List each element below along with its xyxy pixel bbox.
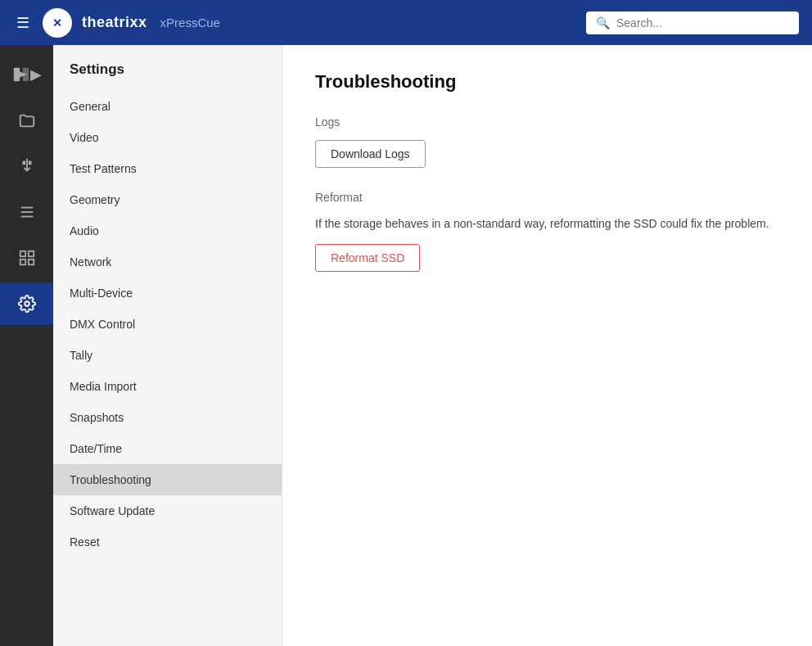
sidebar-item-reset[interactable]: Reset: [53, 526, 282, 558]
sidebar-item-software-update[interactable]: Software Update: [53, 495, 282, 526]
sidebar-item-play[interactable]: ▶: [0, 53, 53, 96]
sidebar-item-folder[interactable]: [0, 99, 53, 142]
logs-section: Logs Download Logs: [315, 115, 779, 168]
reformat-ssd-button[interactable]: Reformat SSD: [315, 244, 420, 272]
icon-sidebar: ▶: [0, 45, 53, 646]
app-name: xPressCue: [160, 16, 220, 29]
logo: ✕: [43, 8, 72, 38]
sidebar-item-list[interactable]: [0, 191, 53, 233]
hamburger-icon[interactable]: ☰: [13, 11, 33, 35]
sidebar-item-multi-device[interactable]: Multi-Device: [53, 278, 282, 309]
main-layout: ▶ Settings GeneralVideoTest PatternsGeom…: [0, 45, 812, 646]
brand-name: theatrixx: [82, 14, 147, 31]
sidebar-item-geometry[interactable]: Geometry: [53, 184, 282, 215]
svg-rect-9: [28, 260, 33, 264]
sidebar-item-grid[interactable]: [0, 237, 53, 279]
settings-items: GeneralVideoTest PatternsGeometryAudioNe…: [53, 91, 282, 558]
sidebar-item-general[interactable]: General: [53, 91, 282, 122]
topbar: ☰ ✕ theatrixx xPressCue 🔍: [0, 0, 812, 45]
sidebar-item-test-patterns[interactable]: Test Patterns: [53, 153, 282, 184]
content-area: Troubleshooting Logs Download Logs Refor…: [282, 45, 812, 646]
sidebar-item-settings[interactable]: [0, 282, 53, 325]
download-logs-button[interactable]: Download Logs: [315, 140, 426, 168]
sidebar-item-media-import[interactable]: Media Import: [53, 371, 282, 402]
sidebar-item-snapshots[interactable]: Snapshots: [53, 402, 282, 433]
reformat-section: Reformat If the storage behaves in a non…: [315, 191, 779, 272]
sidebar-item-usb[interactable]: [0, 145, 53, 187]
svg-rect-6: [20, 251, 25, 256]
search-box[interactable]: 🔍: [586, 11, 799, 34]
settings-header: Settings: [53, 45, 282, 91]
sidebar-item-troubleshooting[interactable]: Troubleshooting: [53, 464, 282, 495]
topbar-left: ☰ ✕ theatrixx xPressCue: [13, 8, 586, 38]
reformat-description: If the storage behaves in a non-standard…: [315, 215, 779, 233]
search-icon: 🔍: [596, 16, 610, 29]
logs-label: Logs: [315, 115, 779, 129]
sidebar-item-tally[interactable]: Tally: [53, 340, 282, 371]
reformat-label: Reformat: [315, 191, 779, 204]
svg-rect-8: [20, 260, 25, 264]
settings-sidebar: Settings GeneralVideoTest PatternsGeomet…: [53, 45, 282, 646]
svg-point-10: [25, 301, 29, 306]
sidebar-item-dmx-control[interactable]: DMX Control: [53, 309, 282, 340]
sidebar-item-video[interactable]: Video: [53, 122, 282, 153]
sidebar-item-network[interactable]: Network: [53, 246, 282, 278]
sidebar-item-datetime[interactable]: Date/Time: [53, 433, 282, 464]
svg-rect-7: [28, 251, 33, 256]
sidebar-item-audio[interactable]: Audio: [53, 215, 282, 246]
search-input[interactable]: [616, 16, 789, 29]
page-title: Troubleshooting: [315, 71, 779, 93]
